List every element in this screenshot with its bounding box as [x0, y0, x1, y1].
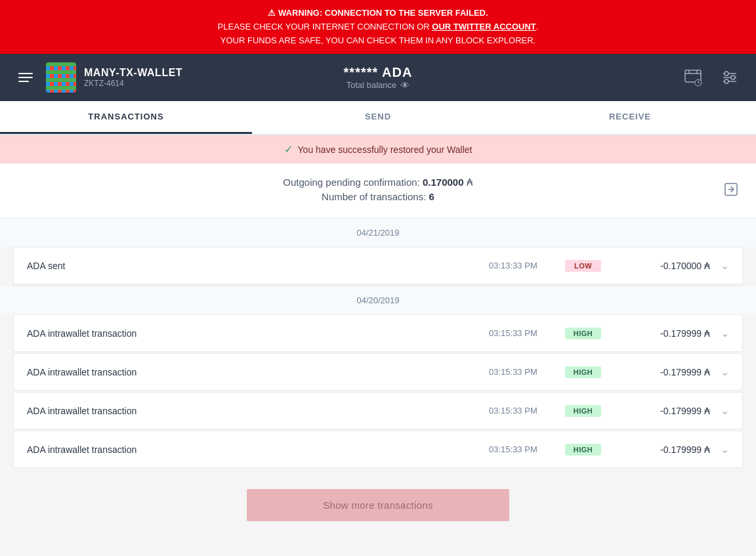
- tx-amount: -0.179999 ₳: [612, 328, 710, 339]
- show-more-container: Show more transactions: [0, 469, 756, 541]
- balance-amount: ****** ADA: [344, 65, 413, 80]
- check-icon: ✓: [284, 143, 293, 156]
- transaction-row: ADA intrawallet transaction 03:15:33 PM …: [13, 431, 743, 468]
- tx-name: ADA intrawallet transaction: [27, 406, 478, 416]
- chevron-down-icon[interactable]: ⌄: [721, 327, 729, 339]
- tx-name: ADA sent: [27, 261, 478, 271]
- tx-badge-low: LOW: [565, 260, 601, 272]
- transaction-row: ADA intrawallet transaction 03:15:33 PM …: [13, 353, 743, 391]
- transaction-row: ADA intrawallet transaction 03:15:33 PM …: [13, 392, 743, 429]
- svg-point-5: [724, 72, 728, 75]
- wallet-id: ZKTZ-4614: [84, 79, 182, 88]
- show-more-button[interactable]: Show more transactions: [247, 489, 509, 521]
- wallet-name: MANY-TX-WALLET: [84, 67, 182, 79]
- wallet-settings-icon[interactable]: [680, 64, 706, 91]
- svg-point-6: [731, 75, 735, 79]
- tx-count: 6: [429, 191, 434, 202]
- tx-badge-high: HIGH: [565, 444, 601, 456]
- summary-section: Outgoing pending confirmation: 0.170000 …: [0, 163, 756, 219]
- transaction-row: ADA intrawallet transaction 03:15:33 PM …: [13, 314, 743, 352]
- balance-label: Total balance 👁: [344, 80, 413, 91]
- success-message: You have successfully restored your Wall…: [298, 144, 472, 155]
- tx-time: 03:15:33 PM: [489, 367, 555, 377]
- nav-tabs: TRANSACTIONS SEND RECEIVE: [0, 101, 756, 135]
- export-button[interactable]: [719, 177, 743, 204]
- tx-time: 03:15:33 PM: [489, 328, 555, 338]
- tx-time: 03:15:33 PM: [489, 406, 555, 416]
- tx-name: ADA intrawallet transaction: [27, 367, 478, 377]
- warning-line2: PLEASE CHECK YOUR INTERNET CONNECTION OR…: [13, 20, 743, 34]
- tx-time: 03:15:33 PM: [489, 444, 555, 454]
- header-right: [680, 64, 743, 91]
- warning-banner: ⚠ WARNING: CONNECTION TO THE SERVER FAIL…: [0, 0, 756, 54]
- svg-point-7: [724, 79, 728, 83]
- chevron-down-icon[interactable]: ⌄: [721, 443, 729, 456]
- chevron-down-icon[interactable]: ⌄: [721, 366, 729, 378]
- date-divider-1: 04/21/2019: [0, 219, 756, 247]
- warning-line3: YOUR FUNDS ARE SAFE, YOU CAN CHECK THEM …: [13, 34, 743, 48]
- tx-badge-high: HIGH: [565, 405, 601, 417]
- tx-amount: -0.170000 ₳: [612, 261, 710, 271]
- tx-badge-high: HIGH: [565, 366, 601, 378]
- pending-text: Outgoing pending confirmation: 0.170000 …: [13, 177, 743, 188]
- wallet-info: MANY-TX-WALLET ZKTZ-4614: [84, 67, 182, 88]
- tx-amount: -0.179999 ₳: [612, 367, 710, 377]
- chevron-down-icon[interactable]: ⌄: [721, 404, 729, 417]
- date-divider-2: 04/20/2019: [0, 286, 756, 314]
- tx-amount: -0.179999 ₳: [612, 406, 710, 416]
- menu-icon[interactable]: [13, 68, 38, 87]
- tx-count-text: Number of transactions: 6: [13, 191, 743, 202]
- header-left: MANY-TX-WALLET ZKTZ-4614: [13, 62, 182, 93]
- ada-symbol: ₳: [467, 177, 473, 188]
- filter-icon[interactable]: [717, 66, 743, 89]
- tab-send[interactable]: SEND: [252, 101, 504, 134]
- transaction-row: ADA sent 03:13:33 PM LOW -0.170000 ₳ ⌄: [13, 247, 743, 284]
- tab-transactions[interactable]: TRANSACTIONS: [0, 101, 252, 134]
- warning-title: ⚠ WARNING: CONNECTION TO THE SERVER FAIL…: [13, 7, 743, 20]
- tx-amount: -0.179999 ₳: [612, 444, 710, 455]
- tx-name: ADA intrawallet transaction: [27, 328, 478, 339]
- tx-name: ADA intrawallet transaction: [27, 444, 478, 455]
- chevron-down-icon[interactable]: ⌄: [721, 259, 729, 272]
- twitter-link[interactable]: OUR TWITTER ACCOUNT: [432, 22, 536, 32]
- tx-time: 03:13:33 PM: [489, 261, 555, 270]
- header: MANY-TX-WALLET ZKTZ-4614 ****** ADA Tota…: [0, 54, 756, 101]
- tab-receive[interactable]: RECEIVE: [504, 101, 756, 134]
- wallet-avatar: [46, 62, 76, 93]
- pending-amount: 0.170000: [423, 177, 464, 188]
- eye-icon[interactable]: 👁: [400, 80, 410, 91]
- tx-badge-high: HIGH: [565, 328, 601, 339]
- header-center: ****** ADA Total balance 👁: [344, 65, 413, 91]
- warning-icon: ⚠: [268, 8, 276, 18]
- success-banner: ✓ You have successfully restored your Wa…: [0, 135, 756, 163]
